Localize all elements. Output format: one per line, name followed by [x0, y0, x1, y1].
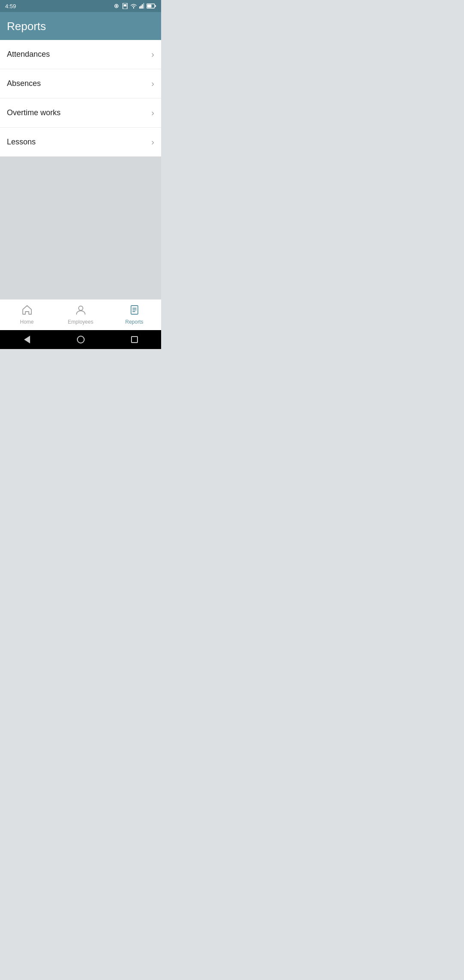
page-title: Reports [7, 20, 154, 33]
recents-button[interactable] [129, 334, 140, 345]
chevron-right-icon: › [151, 79, 154, 89]
chevron-right-icon: › [151, 108, 154, 118]
svg-rect-10 [147, 5, 152, 8]
page-header: Reports [0, 12, 161, 40]
menu-item-attendances-label: Attendances [7, 50, 50, 59]
menu-item-absences[interactable]: Absences › [0, 69, 161, 98]
chevron-right-icon: › [151, 137, 154, 147]
menu-item-absences-label: Absences [7, 79, 41, 88]
svg-rect-3 [124, 4, 126, 6]
menu-item-lessons-label: Lessons [7, 138, 36, 147]
content-area [0, 156, 161, 299]
sim-icon [122, 3, 128, 9]
back-button[interactable] [22, 334, 32, 345]
reports-icon [129, 305, 140, 318]
menu-item-attendances[interactable]: Attendances › [0, 40, 161, 69]
menu-item-lessons[interactable]: Lessons › [0, 128, 161, 156]
chevron-right-icon: › [151, 49, 154, 59]
menu-item-overtime-works-label: Overtime works [7, 108, 61, 117]
android-nav-bar [0, 330, 161, 349]
svg-rect-4 [139, 6, 140, 9]
svg-rect-9 [155, 5, 156, 7]
svg-point-11 [79, 306, 83, 310]
nav-item-reports[interactable]: Reports [107, 300, 161, 330]
nav-reports-label: Reports [125, 319, 143, 325]
nav-employees-label: Employees [68, 319, 93, 325]
status-icons [113, 3, 156, 9]
settings-icon [113, 3, 120, 9]
nav-home-label: Home [20, 319, 34, 325]
bottom-nav: Home Employees Reports [0, 299, 161, 330]
battery-icon [147, 3, 156, 9]
svg-rect-5 [140, 6, 142, 9]
wifi-icon [130, 3, 137, 9]
status-time: 4:59 [5, 3, 16, 9]
svg-point-1 [116, 5, 117, 7]
menu-item-overtime-works[interactable]: Overtime works › [0, 98, 161, 128]
employees-icon [75, 305, 86, 318]
nav-item-employees[interactable]: Employees [54, 300, 107, 330]
signal-icon [139, 3, 144, 9]
svg-rect-6 [142, 4, 143, 9]
nav-item-home[interactable]: Home [0, 300, 54, 330]
menu-list: Attendances › Absences › Overtime works … [0, 40, 161, 156]
svg-rect-7 [143, 3, 144, 9]
home-icon [21, 305, 33, 318]
status-bar: 4:59 [0, 0, 161, 12]
home-button[interactable] [76, 334, 86, 345]
